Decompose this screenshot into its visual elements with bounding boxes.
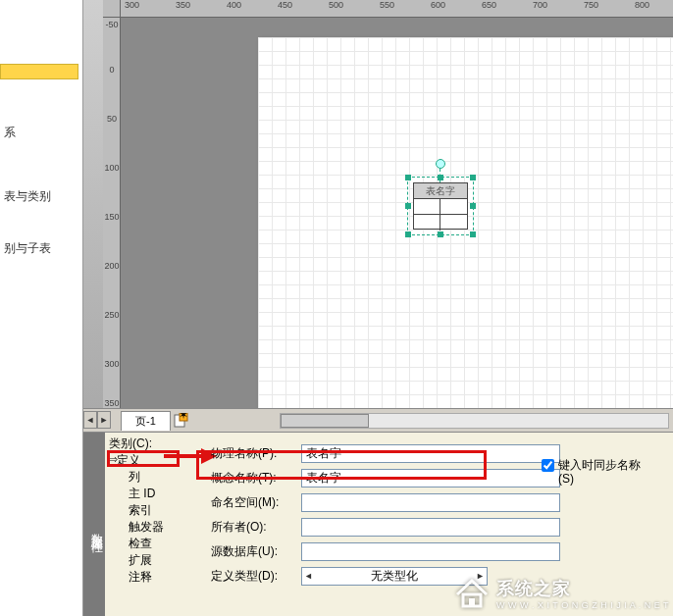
ruler-tick: 250 — [103, 310, 121, 320]
outline-highlight-bar — [0, 64, 78, 79]
owner-input[interactable] — [301, 518, 560, 537]
resize-handle[interactable] — [405, 175, 411, 180]
watermark: 系统之家 W W W . X I T O N G Z H I J I A . N… — [453, 577, 669, 610]
ruler-tick: 350 — [103, 398, 121, 408]
ruler-tick: 400 — [227, 0, 241, 18]
ruler-tick: 500 — [329, 0, 343, 18]
outline-item-relation[interactable]: 系 — [0, 123, 82, 143]
ruler-tick: -50 — [103, 20, 121, 29]
sync-name-checkbox[interactable] — [542, 459, 554, 472]
ruler-corner — [103, 0, 121, 18]
ruler-tick: 100 — [103, 163, 121, 173]
outline-item-table-category[interactable]: 表与类别 — [0, 186, 82, 207]
ruler-tick: 200 — [103, 261, 121, 271]
resize-handle[interactable] — [438, 231, 443, 237]
namespace-input[interactable] — [301, 493, 560, 512]
page-tab-bar: ◄ ► 页-1 ✶ — [83, 408, 673, 432]
owner-label: 所有者(O): — [211, 519, 301, 536]
ruler-vertical[interactable]: -50 0 50 100 150 200 250 300 350 — [103, 18, 121, 408]
house-icon — [453, 577, 491, 610]
ruler-tick: 650 — [482, 0, 496, 18]
scrollbar-thumb[interactable] — [281, 414, 369, 428]
ruler-tick: 150 — [103, 212, 121, 222]
work-area: 300 350 400 450 500 550 600 650 700 750 … — [83, 0, 673, 432]
canvas[interactable]: 表名字 — [121, 18, 673, 408]
selection-box — [407, 177, 474, 235]
ruler-tick: 450 — [278, 0, 292, 18]
source-db-input[interactable] — [301, 542, 560, 561]
properties-pane-title: 数据库属性 — [83, 433, 105, 616]
definition-type-label: 定义类型(D): — [211, 568, 301, 585]
resize-handle[interactable] — [470, 231, 476, 237]
tab-nav-prev-button[interactable]: ◄ — [83, 411, 97, 429]
resize-handle[interactable] — [470, 203, 476, 209]
outline-item-subtable[interactable]: 别与子表 — [0, 238, 82, 259]
annotation-highlight-physical-name — [196, 450, 487, 480]
table-shape-selected[interactable]: 表名字 — [413, 182, 468, 230]
svg-rect-6 — [469, 598, 475, 606]
resize-handle[interactable] — [405, 231, 411, 237]
ruler-tick: 800 — [635, 0, 649, 18]
source-db-label: 源数据库(U): — [211, 543, 301, 560]
horizontal-scrollbar[interactable] — [280, 413, 669, 429]
watermark-title: 系统之家 — [496, 577, 669, 600]
sync-name-checkbox-row[interactable]: 键入时同步名称(S) — [542, 458, 649, 486]
ruler-tick: 700 — [533, 0, 547, 18]
resize-handle[interactable] — [438, 175, 443, 180]
namespace-label: 命名空间(M): — [211, 494, 301, 511]
ruler-tick: 600 — [431, 0, 445, 18]
resize-handle[interactable] — [405, 203, 411, 209]
page-tab[interactable]: 页-1 — [121, 411, 171, 431]
outline-panel: 系 表与类别 别与子表 — [0, 0, 83, 432]
ruler-tick: 350 — [176, 0, 190, 18]
ruler-tick: 300 — [125, 0, 139, 18]
outline-panel-lower — [0, 432, 83, 616]
ruler-tick: 750 — [584, 0, 598, 18]
new-page-tab-button[interactable]: ✶ — [173, 411, 190, 429]
ruler-horizontal[interactable]: 300 350 400 450 500 550 600 650 700 750 … — [121, 0, 673, 18]
drawing-page[interactable]: 表名字 — [258, 37, 673, 408]
definition-type-value: 无类型化 — [371, 568, 418, 585]
resize-handle[interactable] — [470, 175, 476, 180]
rotation-anchor[interactable] — [436, 159, 445, 169]
ruler-tick: 300 — [103, 359, 121, 369]
chevron-left-icon[interactable]: ◄ — [304, 571, 313, 581]
left-gutter — [83, 0, 103, 432]
ruler-tick: 50 — [103, 114, 121, 124]
sync-name-label: 键入时同步名称(S) — [558, 458, 649, 486]
watermark-url: W W W . X I T O N G Z H I J I A . N E T — [496, 600, 669, 610]
ruler-tick: 0 — [103, 65, 121, 75]
ruler-tick: 550 — [380, 0, 394, 18]
svg-text:✶: ✶ — [179, 413, 188, 422]
